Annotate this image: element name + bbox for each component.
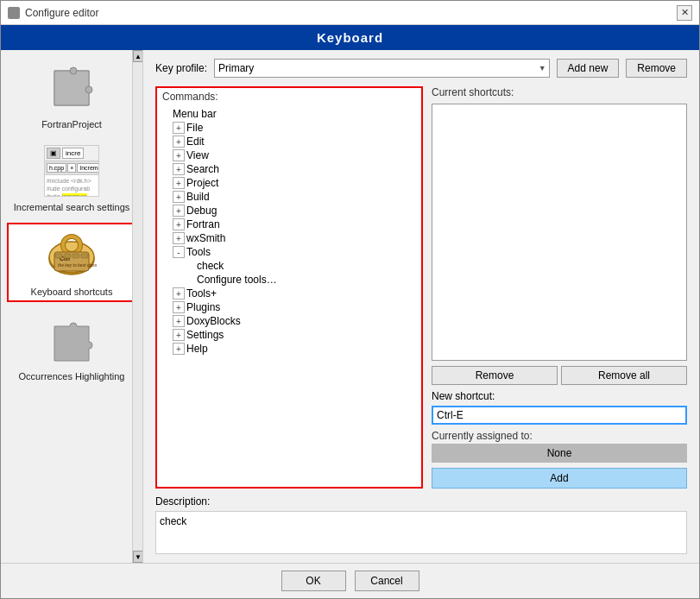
bottom-bar: OK Cancel (1, 563, 699, 598)
tree-item-build[interactable]: + Build (169, 190, 421, 204)
tree-item-project[interactable]: + Project (169, 176, 421, 190)
description-text: check (160, 515, 186, 527)
tree-item-build-label: Build (186, 191, 210, 203)
svg-rect-8 (73, 254, 79, 258)
tree-item-file[interactable]: + File (169, 121, 421, 135)
tree-expand-edit[interactable]: + (173, 136, 185, 148)
add-shortcut-button[interactable]: Add (432, 468, 687, 489)
tree-item-doxyblocks[interactable]: + DoxyBlocks (169, 314, 421, 328)
tree-expand-search[interactable]: + (173, 163, 185, 175)
sidebar-scrollbar[interactable]: ▲ ▼ (132, 50, 142, 563)
tree-item-plugins-label: Plugins (186, 301, 220, 313)
cancel-button[interactable]: Cancel (355, 571, 419, 591)
shortcuts-actions: Remove Remove all (432, 366, 687, 385)
svg-rect-9 (81, 254, 88, 258)
scroll-track (133, 62, 142, 551)
tree-item-wxsmith-label: wxSmith (186, 232, 225, 244)
tree-expand-wxsmith[interactable]: + (173, 232, 185, 244)
tree-expand-toolsplus[interactable]: + (173, 287, 185, 300)
assigned-label: Currently assigned to: (432, 430, 687, 442)
tree-item-check[interactable]: check (181, 259, 421, 273)
shortcut-remove-all-button[interactable]: Remove all (561, 366, 687, 385)
key-profile-row: Key profile: Primary Add new Remove (155, 59, 687, 78)
incremental-search-icon: ▣ incre h.cpp × Incremen #include <rdk.h… (44, 143, 99, 199)
app-icon (8, 7, 20, 19)
title-bar-left: Configure editor (8, 7, 98, 19)
keyboard-header: Keyboard (1, 25, 699, 50)
sidebar: FortranProject ▣ incre h.cpp × Incremen (1, 50, 143, 563)
tree-item-edit[interactable]: + Edit (169, 135, 421, 148)
new-shortcut-input[interactable] (432, 406, 687, 425)
right-panel: Key profile: Primary Add new Remove Comm… (143, 50, 699, 563)
remove-button[interactable]: Remove (626, 59, 687, 78)
tree-item-debug[interactable]: + Debug (169, 204, 421, 218)
tree-expand-plugins[interactable]: + (173, 301, 185, 313)
ok-button[interactable]: OK (281, 571, 346, 591)
tree-item-help-label: Help (186, 343, 208, 355)
tree-item-toolsplus[interactable]: + Tools+ (169, 287, 421, 300)
tree-item-view[interactable]: + View (169, 148, 421, 162)
tree-item-tools[interactable]: - Tools (169, 245, 421, 259)
sidebar-item-incremental-search[interactable]: ▣ incre h.cpp × Incremen #include <rdk.h… (7, 140, 136, 216)
tree-expand-debug[interactable]: + (173, 205, 185, 217)
sidebar-item-occurrences[interactable]: Occurrences Highlighting (7, 309, 136, 385)
shortcut-remove-button[interactable]: Remove (432, 366, 558, 385)
tree-item-file-label: File (186, 122, 203, 134)
commands-tree: Menu bar + File + Edit + View (157, 105, 421, 487)
tree-item-search[interactable]: + Search (169, 162, 421, 176)
shortcuts-list (432, 104, 687, 361)
commands-header: Commands: (157, 88, 421, 105)
scroll-up-arrow[interactable]: ▲ (133, 50, 143, 62)
tree-expand-file[interactable]: + (173, 122, 185, 134)
keyboard-shortcuts-icon: Ctrl the key to best class (44, 228, 99, 283)
title-bar: Configure editor ✕ (1, 1, 699, 25)
tree-item-edit-label: Edit (186, 136, 205, 148)
tree-item-view-label: View (186, 149, 209, 161)
assigned-section: Currently assigned to: None (432, 430, 687, 463)
commands-panel: Commands: Menu bar + File + Edit (155, 86, 423, 489)
tree-item-toolsplus-label: Tools+ (186, 287, 217, 300)
scroll-down-arrow[interactable]: ▼ (133, 551, 143, 563)
tree-item-plugins[interactable]: + Plugins (169, 300, 421, 314)
tree-item-help[interactable]: + Help (169, 342, 421, 356)
shortcuts-header: Current shortcuts: (432, 86, 687, 98)
tree-expand-settings[interactable]: + (173, 329, 185, 341)
tree-item-settings-label: Settings (186, 329, 224, 341)
tree-expand-tools[interactable]: - (173, 246, 185, 258)
add-new-button[interactable]: Add new (557, 59, 620, 78)
fortranproject-icon (44, 60, 99, 116)
tree-item-fortran[interactable]: + Fortran (169, 218, 421, 231)
tree-item-check-label: check (197, 260, 224, 272)
tree-expand-fortran[interactable]: + (173, 218, 185, 230)
tree-item-settings[interactable]: + Settings (169, 328, 421, 342)
tree-expand-build[interactable]: + (173, 191, 185, 203)
tree-item-fortran-label: Fortran (186, 218, 220, 230)
tree-item-menubar[interactable]: Menu bar (157, 107, 421, 121)
new-shortcut-label: New shortcut: (432, 390, 687, 402)
tree-expand-doxyblocks[interactable]: + (173, 315, 185, 327)
sidebar-item-keyboard-shortcuts[interactable]: Ctrl the key to best class Keyboard shor… (7, 223, 136, 302)
tree-item-tools-label: Tools (186, 246, 211, 258)
tree-item-configure-tools[interactable]: Configure tools… (181, 273, 421, 287)
tree-item-search-label: Search (186, 163, 219, 175)
svg-rect-7 (64, 254, 71, 258)
tree-item-menubar-label: Menu bar (173, 108, 217, 120)
key-profile-select[interactable]: Primary (214, 59, 550, 78)
configure-editor-window: Configure editor ✕ Keyboard FortranProje… (0, 0, 700, 599)
tree-expand-project[interactable]: + (173, 177, 185, 189)
sidebar-item-keyboard-label: Keyboard shortcuts (31, 287, 113, 297)
tree-expand-view[interactable]: + (173, 149, 185, 161)
shortcuts-panel: Current shortcuts: Remove Remove all New… (432, 86, 687, 489)
svg-rect-6 (55, 254, 62, 258)
description-box: check (155, 511, 687, 554)
key-profile-label: Key profile: (155, 62, 207, 74)
sidebar-item-incremental-label: Incremental search settings (14, 202, 130, 212)
sidebar-item-fortranproject-label: FortranProject (41, 119, 102, 129)
window-title: Configure editor (25, 7, 98, 19)
tree-item-doxyblocks-label: DoxyBlocks (186, 315, 241, 327)
sidebar-item-fortranproject[interactable]: FortranProject (7, 57, 136, 133)
close-button[interactable]: ✕ (677, 5, 692, 21)
description-label: Description: (155, 495, 687, 508)
tree-item-wxsmith[interactable]: + wxSmith (169, 231, 421, 245)
tree-expand-help[interactable]: + (173, 343, 185, 355)
